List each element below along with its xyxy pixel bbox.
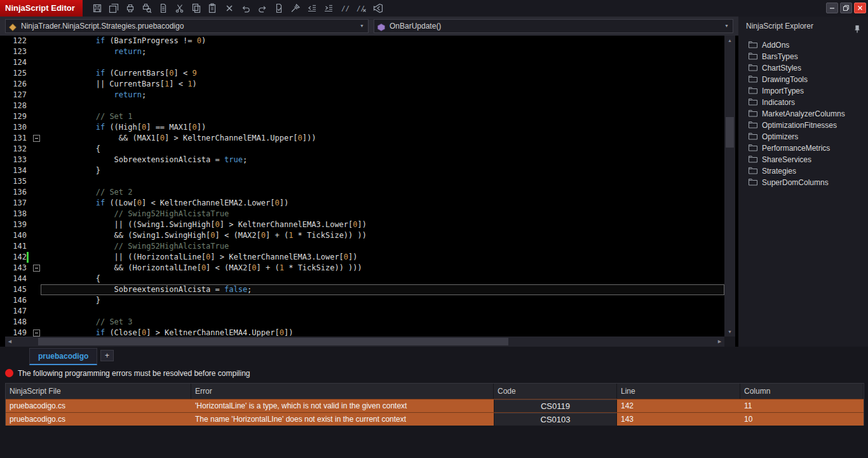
print-preview-icon[interactable] bbox=[140, 1, 154, 15]
error-cell-column: 11 bbox=[740, 399, 864, 412]
error-column-header-column[interactable]: Column bbox=[740, 384, 864, 399]
code-line-126[interactable]: 126 || CurrentBars[1] < 1) bbox=[5, 79, 724, 90]
scroll-left-arrow-icon[interactable]: ◀ bbox=[5, 337, 15, 347]
code-line-129[interactable]: 129 // Set 1 bbox=[5, 111, 724, 122]
code-line-146[interactable]: 146 } bbox=[5, 295, 724, 306]
gutter-marker bbox=[27, 68, 41, 79]
error-column-header-code[interactable]: Code bbox=[494, 384, 617, 399]
error-column-header-ninjascript-file[interactable]: NinjaScript File bbox=[6, 384, 191, 399]
remove-indent-icon[interactable] bbox=[305, 1, 319, 15]
code-line-140[interactable]: 140 && (Swing1.SwingHigh[0] < (MAX2[0] +… bbox=[5, 230, 724, 241]
delete-icon[interactable] bbox=[222, 1, 236, 15]
compile-icon[interactable] bbox=[288, 1, 302, 15]
code-line-139[interactable]: 139 || ((Swing1.SwingHigh[0] > KeltnerCh… bbox=[5, 219, 724, 230]
line-number: 122 bbox=[5, 36, 27, 46]
tab-pruebacodigo[interactable]: pruebacodigo bbox=[29, 348, 97, 365]
code-line-128[interactable]: 128 bbox=[5, 101, 724, 111]
save-all-icon[interactable] bbox=[107, 1, 121, 15]
code-line-133[interactable]: 133 SobreextensionAlcista = true; bbox=[5, 155, 724, 165]
fold-collapse-icon[interactable] bbox=[33, 330, 40, 337]
explorer-item-shareservices[interactable]: ShareServices bbox=[749, 154, 868, 165]
paste-icon[interactable] bbox=[206, 1, 220, 15]
print-icon[interactable] bbox=[123, 1, 137, 15]
cut-icon[interactable] bbox=[173, 1, 187, 15]
explorer-item-indicators[interactable]: Indicators bbox=[749, 97, 868, 108]
copy-icon[interactable] bbox=[189, 1, 203, 15]
explorer-item-drawingtools[interactable]: DrawingTools bbox=[749, 74, 868, 85]
fold-collapse-icon[interactable] bbox=[33, 265, 40, 272]
code-line-138[interactable]: 138 // Swing52HighAlcistaTrue bbox=[5, 209, 724, 219]
close-button[interactable] bbox=[854, 3, 866, 13]
code-line-125[interactable]: 125 if (CurrentBars[0] < 9 bbox=[5, 68, 724, 79]
type-dropdown[interactable]: NinjaTrader.NinjaScript.Strategies.prueb… bbox=[5, 19, 369, 33]
folder-icon bbox=[749, 178, 757, 188]
explorer-item-barstypes[interactable]: BarsTypes bbox=[749, 51, 868, 62]
error-column-header-line[interactable]: Line bbox=[617, 384, 740, 399]
vertical-scrollbar[interactable]: ▲ ▼ bbox=[724, 36, 735, 337]
explorer-item-marketanalyzercolumns[interactable]: MarketAnalyzerColumns bbox=[749, 108, 868, 120]
visual-studio-icon[interactable] bbox=[371, 1, 385, 15]
code-line-135[interactable]: 135 bbox=[5, 176, 724, 187]
error-row[interactable]: pruebacodigo.cs'HorizontalLine' is a typ… bbox=[6, 399, 864, 412]
error-cell-error: 'HorizontalLine' is a type, which is not… bbox=[191, 399, 494, 412]
new-document-icon[interactable] bbox=[156, 1, 170, 15]
fold-collapse-icon[interactable] bbox=[33, 135, 40, 142]
code-line-137[interactable]: 137 if ((Low[0] < KeltnerChannelEMA2.Low… bbox=[5, 198, 724, 209]
code-line-147[interactable]: 147 bbox=[5, 306, 724, 317]
explorer-item-superdomcolumns[interactable]: SuperDomColumns bbox=[749, 177, 868, 188]
code-text: // Swing52HighAlcistaTrue bbox=[41, 241, 724, 252]
code-line-123[interactable]: 123 return; bbox=[5, 46, 724, 57]
code-line-143[interactable]: 143 && (HorizontalLIne[0] < (MAX2[0] + (… bbox=[5, 263, 724, 274]
pin-icon[interactable] bbox=[853, 22, 862, 31]
code-line-144[interactable]: 144 { bbox=[5, 274, 724, 284]
explorer-item-optimizers[interactable]: Optimizers bbox=[749, 131, 868, 142]
restore-button[interactable] bbox=[840, 3, 852, 13]
error-column-header-error[interactable]: Error bbox=[191, 384, 494, 399]
scroll-right-arrow-icon[interactable]: ▶ bbox=[715, 337, 724, 347]
redo-icon[interactable] bbox=[255, 1, 269, 15]
add-tab-button[interactable]: + bbox=[100, 350, 114, 361]
member-dropdown[interactable]: OnBarUpdate() ▼ bbox=[374, 19, 733, 33]
comment-selection-icon[interactable]: // bbox=[338, 1, 352, 15]
gutter-marker bbox=[27, 165, 41, 176]
save-icon[interactable] bbox=[90, 1, 104, 15]
code-line-130[interactable]: 130 if ((High[0] == MAX1[0]) bbox=[5, 122, 724, 133]
explorer-item-optimizationfitnesses[interactable]: OptimizationFitnesses bbox=[749, 120, 868, 131]
explorer-item-chartstyles[interactable]: ChartStyles bbox=[749, 62, 868, 74]
vertical-scroll-thumb[interactable] bbox=[726, 117, 734, 148]
code-line-136[interactable]: 136 // Set 2 bbox=[5, 187, 724, 198]
code-text bbox=[41, 101, 724, 111]
code-line-127[interactable]: 127 return; bbox=[5, 90, 724, 101]
explorer-item-label: SuperDomColumns bbox=[762, 178, 829, 187]
scroll-up-arrow-icon[interactable]: ▲ bbox=[724, 36, 735, 45]
code-editor[interactable]: 122 if (BarsInProgress != 0)123 return;1… bbox=[0, 36, 738, 347]
uncomment-selection-icon[interactable]: // bbox=[355, 1, 369, 15]
code-line-148[interactable]: 148 // Set 3 bbox=[5, 317, 724, 328]
code-line-122[interactable]: 122 if (BarsInProgress != 0) bbox=[5, 36, 724, 46]
code-line-145[interactable]: 145 SobreextensionAlcista = false; bbox=[5, 284, 724, 295]
horizontal-scroll-thumb[interactable] bbox=[38, 338, 508, 345]
explorer-header: NinjaScript Explorer bbox=[738, 17, 868, 36]
horizontal-scrollbar[interactable]: ◀ ▶ bbox=[5, 337, 724, 347]
code-line-124[interactable]: 124 bbox=[5, 57, 724, 68]
add-indent-icon[interactable] bbox=[322, 1, 336, 15]
undo-icon[interactable] bbox=[239, 1, 253, 15]
scroll-down-arrow-icon[interactable]: ▼ bbox=[724, 327, 735, 337]
gutter-marker bbox=[27, 101, 41, 111]
error-row[interactable]: pruebacodigo.csThe name 'HorizontalLIne'… bbox=[6, 412, 864, 426]
explorer-item-strategies[interactable]: Strategies bbox=[749, 165, 868, 177]
explorer-item-addons[interactable]: AddOns bbox=[749, 39, 868, 51]
code-line-131[interactable]: 131 && (MAX1[0] > KeltnerChannelEMA1.Upp… bbox=[5, 133, 724, 144]
explorer-item-performancemetrics[interactable]: PerformanceMetrics bbox=[749, 142, 868, 154]
error-cell-line: 143 bbox=[617, 413, 740, 426]
minimize-button[interactable] bbox=[826, 3, 838, 13]
explorer-item-label: DrawingTools bbox=[762, 75, 808, 84]
code-line-134[interactable]: 134 } bbox=[5, 165, 724, 176]
explorer-item-importtypes[interactable]: ImportTypes bbox=[749, 85, 868, 97]
compile-document-icon[interactable] bbox=[272, 1, 286, 15]
code-line-132[interactable]: 132 { bbox=[5, 144, 724, 155]
code-line-141[interactable]: 141 // Swing52HighAlcistaTrue bbox=[5, 241, 724, 252]
folder-icon bbox=[749, 109, 757, 119]
code-line-142[interactable]: 142 || ((HorizontalLine[0] > KeltnerChan… bbox=[5, 252, 724, 263]
editor-lines: 122 if (BarsInProgress != 0)123 return;1… bbox=[5, 36, 724, 338]
